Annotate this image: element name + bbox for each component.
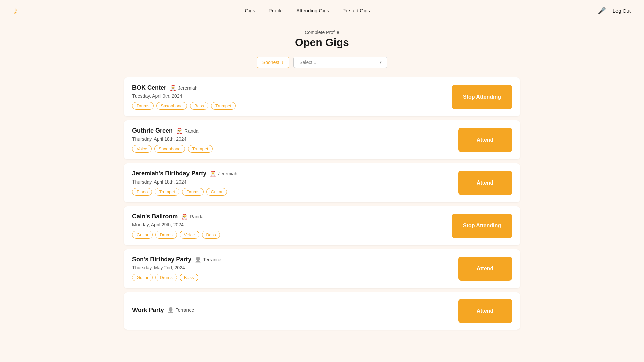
gig-card: Son's Birthday Party 👤 Terrance Thursday… bbox=[124, 249, 520, 288]
gig-action: Stop Attending bbox=[452, 214, 512, 238]
gig-card: Jeremiah's Birthday Party 🎅 Jeremiah Thu… bbox=[124, 163, 520, 202]
host-name: Randal bbox=[190, 214, 204, 219]
gig-tag: Bass bbox=[180, 274, 198, 281]
gig-tag: Trumpet bbox=[155, 188, 179, 196]
gig-card: Cain's Ballroom 🎅 Randal Monday, April 2… bbox=[124, 206, 520, 245]
host-avatar-icon: 🎅 bbox=[170, 85, 176, 91]
gig-title: Son's Birthday Party bbox=[132, 256, 191, 263]
nav-gigs[interactable]: Gigs bbox=[245, 8, 255, 13]
select-placeholder: Select... bbox=[299, 60, 316, 65]
attend-button[interactable]: Attend bbox=[458, 257, 512, 281]
sort-arrow-icon: ↓ bbox=[281, 60, 284, 65]
gig-tag: Voice bbox=[132, 145, 152, 153]
gig-title-row: Guthrie Green 🎅 Randal bbox=[132, 127, 450, 134]
gig-action: Attend bbox=[458, 257, 512, 281]
gig-tag: Guitar bbox=[132, 274, 153, 281]
gig-info: Son's Birthday Party 👤 Terrance Thursday… bbox=[132, 256, 450, 281]
gig-tag: Saxophone bbox=[154, 145, 185, 153]
gig-info: Work Party 👤 Terrance bbox=[132, 307, 450, 316]
gig-title-row: Work Party 👤 Terrance bbox=[132, 307, 450, 314]
user-avatar-icon: 🎤 bbox=[597, 5, 607, 16]
gig-action: Attend bbox=[458, 299, 512, 323]
gig-card: Work Party 👤 Terrance Attend bbox=[124, 292, 520, 330]
gig-date: Monday, April 29th, 2024 bbox=[132, 222, 444, 227]
gig-tag: Drums bbox=[155, 274, 177, 281]
stop-attending-button[interactable]: Stop Attending bbox=[452, 214, 512, 238]
gig-tag: Saxophone bbox=[156, 102, 187, 110]
filters-bar: Soonest ↓ Select... ▾ bbox=[0, 57, 644, 68]
host-name: Terrance bbox=[176, 307, 194, 313]
host-name: Randal bbox=[184, 128, 199, 134]
gig-title: Jeremiah's Birthday Party bbox=[132, 170, 206, 177]
gig-tag: Piano bbox=[132, 188, 152, 196]
gig-host: 🎅 Jeremiah bbox=[170, 85, 198, 91]
gig-card: BOK Center 🎅 Jeremiah Tuesday, April 9th… bbox=[124, 77, 520, 116]
nav-links: Gigs Profile Attending Gigs Posted Gigs bbox=[245, 8, 370, 14]
gig-host: 🎅 Randal bbox=[181, 213, 204, 220]
attend-button[interactable]: Attend bbox=[458, 171, 512, 195]
gig-date: Tuesday, April 9th, 2024 bbox=[132, 93, 444, 99]
gig-tag: Bass bbox=[202, 231, 220, 239]
gig-date: Thursday, April 18th, 2024 bbox=[132, 179, 450, 185]
gig-tag: Bass bbox=[190, 102, 208, 110]
gig-tag: Drums bbox=[182, 188, 204, 196]
gig-title: BOK Center bbox=[132, 84, 166, 91]
host-name: Jeremiah bbox=[178, 85, 198, 91]
host-name: Jeremiah bbox=[218, 171, 237, 176]
instrument-filter-select[interactable]: Select... ▾ bbox=[293, 57, 387, 68]
chevron-down-icon: ▾ bbox=[380, 60, 382, 65]
gig-tag: Drums bbox=[132, 102, 154, 110]
host-avatar-icon: 🎅 bbox=[181, 213, 188, 220]
host-avatar-icon: 🎅 bbox=[210, 170, 216, 177]
sort-button[interactable]: Soonest ↓ bbox=[257, 57, 289, 68]
navbar: ♪ Gigs Profile Attending Gigs Posted Gig… bbox=[0, 0, 644, 21]
host-name: Terrance bbox=[203, 257, 221, 262]
gig-title: Work Party bbox=[132, 307, 164, 314]
host-avatar-icon: 🎅 bbox=[176, 127, 183, 134]
gig-title: Guthrie Green bbox=[132, 127, 173, 134]
gig-title-row: Cain's Ballroom 🎅 Randal bbox=[132, 213, 444, 220]
gig-info: Jeremiah's Birthday Party 🎅 Jeremiah Thu… bbox=[132, 170, 450, 196]
gig-tag: Voice bbox=[180, 231, 199, 239]
gig-title: Cain's Ballroom bbox=[132, 213, 178, 220]
gig-tags: VoiceSaxophoneTrumpet bbox=[132, 145, 450, 153]
stop-attending-button[interactable]: Stop Attending bbox=[452, 85, 512, 109]
gig-action: Attend bbox=[458, 128, 512, 152]
attend-button[interactable]: Attend bbox=[458, 299, 512, 323]
navbar-right: 🎤 Log Out bbox=[597, 5, 631, 16]
attend-button[interactable]: Attend bbox=[458, 128, 512, 152]
gig-tags: GuitarDrumsBass bbox=[132, 274, 450, 281]
gig-host: 👤 Terrance bbox=[195, 256, 221, 263]
host-avatar-icon: 👤 bbox=[195, 256, 201, 263]
gig-card: Guthrie Green 🎅 Randal Thursday, April 1… bbox=[124, 120, 520, 159]
logout-button[interactable]: Log Out bbox=[613, 8, 631, 14]
page-title: Open Gigs bbox=[0, 36, 644, 49]
nav-profile[interactable]: Profile bbox=[268, 8, 283, 13]
gig-tags: DrumsSaxophoneBassTrumpet bbox=[132, 102, 444, 110]
nav-posted-gigs[interactable]: Posted Gigs bbox=[342, 8, 370, 13]
gig-date: Thursday, May 2nd, 2024 bbox=[132, 265, 450, 270]
page-subtitle: Complete Profile bbox=[0, 30, 644, 35]
sort-label: Soonest bbox=[262, 60, 279, 65]
gig-info: Cain's Ballroom 🎅 Randal Monday, April 2… bbox=[132, 213, 444, 239]
page-header: Complete Profile Open Gigs bbox=[0, 30, 644, 49]
gig-tag: Guitar bbox=[132, 231, 153, 239]
gig-title-row: BOK Center 🎅 Jeremiah bbox=[132, 84, 444, 91]
gigs-list: BOK Center 🎅 Jeremiah Tuesday, April 9th… bbox=[104, 77, 540, 330]
gig-title-row: Son's Birthday Party 👤 Terrance bbox=[132, 256, 450, 263]
gig-tag: Trumpet bbox=[211, 102, 236, 110]
gig-tag: Guitar bbox=[206, 188, 227, 196]
gig-host: 🎅 Jeremiah bbox=[210, 170, 237, 177]
gig-date: Thursday, April 18th, 2024 bbox=[132, 136, 450, 142]
gig-info: Guthrie Green 🎅 Randal Thursday, April 1… bbox=[132, 127, 450, 153]
gig-info: BOK Center 🎅 Jeremiah Tuesday, April 9th… bbox=[132, 84, 444, 110]
gig-tag: Drums bbox=[155, 231, 177, 239]
nav-attending-gigs[interactable]: Attending Gigs bbox=[296, 8, 329, 13]
app-logo: ♪ bbox=[13, 5, 18, 16]
gig-tags: PianoTrumpetDrumsGuitar bbox=[132, 188, 450, 196]
host-avatar-icon: 👤 bbox=[167, 307, 174, 313]
gig-action: Attend bbox=[458, 171, 512, 195]
gig-title-row: Jeremiah's Birthday Party 🎅 Jeremiah bbox=[132, 170, 450, 177]
gig-action: Stop Attending bbox=[452, 85, 512, 109]
gig-host: 👤 Terrance bbox=[167, 307, 194, 313]
